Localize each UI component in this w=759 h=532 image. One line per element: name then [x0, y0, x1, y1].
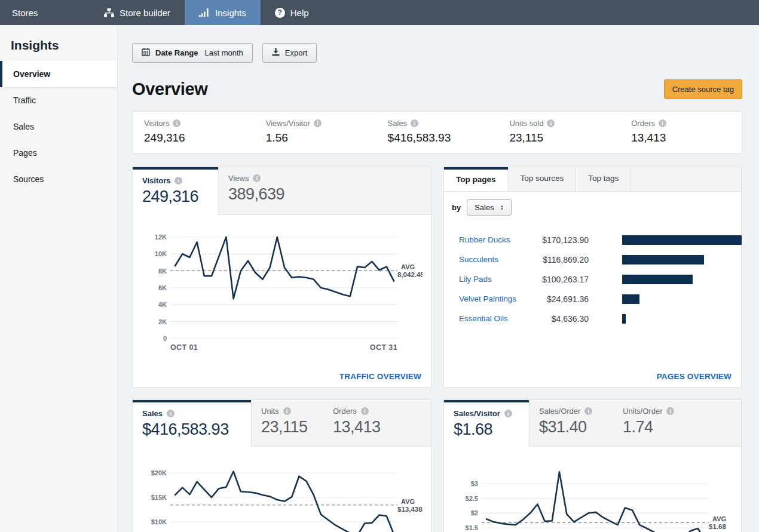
stat-orders: Ordersi 13,413 [620, 119, 742, 144]
page-sales-value: $24,691.36 [534, 294, 589, 304]
sales-bar [622, 235, 742, 245]
info-icon[interactable]: i [175, 177, 182, 184]
tab-visitors[interactable]: Visitorsi 249,316 [133, 167, 218, 215]
tab-label: Sales/Order [539, 407, 580, 416]
tab-sales[interactable]: Salesi $416,583.93 [133, 400, 251, 447]
info-icon[interactable]: i [253, 174, 261, 182]
stat-label: Units sold [509, 119, 543, 128]
sidebar-item-sales[interactable]: Sales [0, 113, 117, 140]
tab-value: $31.40 [539, 418, 604, 436]
export-button[interactable]: Export [262, 43, 317, 63]
info-icon[interactable]: i [167, 410, 175, 417]
tab-value: $1.68 [454, 420, 519, 439]
svg-text:12K: 12K [155, 233, 167, 241]
tab-views[interactable]: Viewsi 389,639 [219, 167, 294, 214]
brand-stores[interactable]: Stores [0, 0, 90, 25]
info-icon[interactable]: i [173, 119, 180, 127]
tab-value: 249,316 [142, 187, 209, 206]
ratios-card: Sales/Visitori $1.68 Sales/Orderi $31.40… [443, 399, 742, 532]
date-range-button[interactable]: Date Range Last month [132, 43, 253, 63]
svg-text:8,042.45: 8,042.45 [397, 271, 423, 278]
info-icon[interactable]: i [547, 119, 555, 127]
info-icon[interactable]: i [314, 119, 322, 127]
tab-orders[interactable]: Ordersi 13,413 [323, 400, 390, 446]
tab-label: Units [261, 407, 279, 416]
toolbar: Date Range Last month Export [132, 43, 742, 63]
sidebar: Insights Overview Traffic Sales Pages So… [0, 25, 118, 532]
sidebar-item-overview[interactable]: Overview [0, 61, 117, 87]
sales-bar [622, 314, 626, 324]
sort-by-select[interactable]: Sales ▲▼ [467, 199, 511, 216]
bar-chart-icon [199, 8, 210, 17]
cards-grid-row-2: Salesi $416,583.93 Unitsi 23,115 Ordersi… [132, 399, 742, 532]
info-icon[interactable]: i [361, 407, 369, 415]
stat-value: 13,413 [631, 131, 742, 144]
main-content: Date Range Last month Export Overview Cr… [118, 25, 759, 532]
pages-overview-link[interactable]: PAGES OVERVIEW [657, 372, 732, 381]
svg-text:$13,438.19: $13,438.19 [397, 506, 423, 513]
page-sales-value: $100,263.17 [534, 275, 589, 284]
info-icon[interactable]: i [504, 410, 512, 417]
stat-units-sold: Units soldi 23,115 [498, 119, 620, 144]
nav-label-store-builder: Store builder [120, 8, 170, 18]
svg-text:AVG: AVG [401, 263, 415, 270]
tab-top-tags[interactable]: Top tags [576, 167, 631, 192]
list-item: Velvet Paintings $24,691.36 [459, 289, 741, 309]
tab-top-sources[interactable]: Top sources [508, 167, 576, 192]
svg-text:$3: $3 [471, 480, 478, 487]
sales-card-inactive-tabs: Unitsi 23,115 Ordersi 13,413 [251, 400, 431, 447]
stat-visitors: Visitorsi 249,316 [133, 119, 255, 144]
tab-top-pages[interactable]: Top pages [444, 167, 508, 192]
svg-text:$20K: $20K [151, 469, 167, 476]
svg-text:10K: 10K [155, 250, 167, 257]
sales-card: Salesi $416,583.93 Unitsi 23,115 Ordersi… [132, 399, 431, 532]
svg-text:6K: 6K [158, 284, 167, 291]
traffic-overview-link[interactable]: TRAFFIC OVERVIEW [339, 372, 421, 381]
nav-item-insights[interactable]: Insights [185, 0, 261, 25]
page-sales-value: $4,636.30 [534, 314, 589, 324]
sidebar-item-traffic[interactable]: Traffic [0, 87, 117, 113]
stat-value: 249,316 [144, 131, 255, 144]
svg-text:4K: 4K [158, 301, 167, 308]
page-link-rubber-ducks[interactable]: Rubber Ducks [459, 235, 534, 244]
svg-text:$15K: $15K [151, 494, 167, 501]
sidebar-item-pages[interactable]: Pages [0, 140, 117, 166]
info-icon[interactable]: i [584, 407, 592, 415]
tab-sales-per-order[interactable]: Sales/Orderi $31.40 [530, 400, 613, 446]
page-link-essential-oils[interactable]: Essential Oils [459, 314, 534, 323]
stat-label: Orders [631, 119, 655, 128]
tab-label: Orders [333, 407, 357, 416]
page-link-lily-pads[interactable]: Lily Pads [459, 275, 534, 284]
page-link-succulents[interactable]: Succulents [459, 255, 534, 264]
sales-card-tabs: Salesi $416,583.93 Unitsi 23,115 Ordersi… [133, 400, 431, 447]
list-item: Essential Oils $4,636.30 [459, 309, 741, 328]
info-icon[interactable]: i [411, 119, 418, 127]
stat-label: Sales [388, 119, 408, 128]
tab-label: Sales [142, 409, 163, 418]
info-icon[interactable]: i [666, 407, 674, 415]
svg-text:AVG: AVG [401, 498, 415, 505]
info-icon[interactable]: i [659, 119, 666, 127]
page-link-velvet-paintings[interactable]: Velvet Paintings [459, 294, 534, 303]
nav-item-help[interactable]: ? Help [261, 0, 323, 25]
nav-label-help: Help [290, 8, 309, 18]
export-label: Export [285, 48, 308, 57]
tab-label: Views [228, 174, 249, 183]
sales-line-chart: $20K$15K$10K$5KAVG$13,438.19OCT 01OCT 31 [140, 455, 423, 532]
nav-label-insights: Insights [215, 8, 246, 18]
tab-value: $416,583.93 [142, 420, 241, 439]
svg-text:$2.5: $2.5 [466, 495, 478, 502]
info-icon[interactable]: i [283, 407, 291, 415]
tab-sales-per-visitor[interactable]: Sales/Visitori $1.68 [444, 400, 529, 447]
stat-label: Views/Visitor [266, 119, 310, 128]
tab-units-per-order[interactable]: Units/Orderi 1.74 [613, 400, 684, 446]
stat-views-per-visitor: Views/Visitori 1.56 [255, 119, 377, 144]
tab-value: 13,413 [333, 418, 381, 436]
list-item: Lily Pads $100,263.17 [459, 269, 741, 289]
nav-item-store-builder[interactable]: Store builder [90, 0, 185, 25]
svg-text:2K: 2K [158, 318, 167, 325]
sidebar-item-sources[interactable]: Sources [0, 166, 117, 192]
create-source-tag-button[interactable]: Create source tag [664, 79, 742, 99]
tab-units[interactable]: Unitsi 23,115 [252, 400, 323, 446]
list-item: Rubber Ducks $170,123.90 [459, 230, 741, 250]
